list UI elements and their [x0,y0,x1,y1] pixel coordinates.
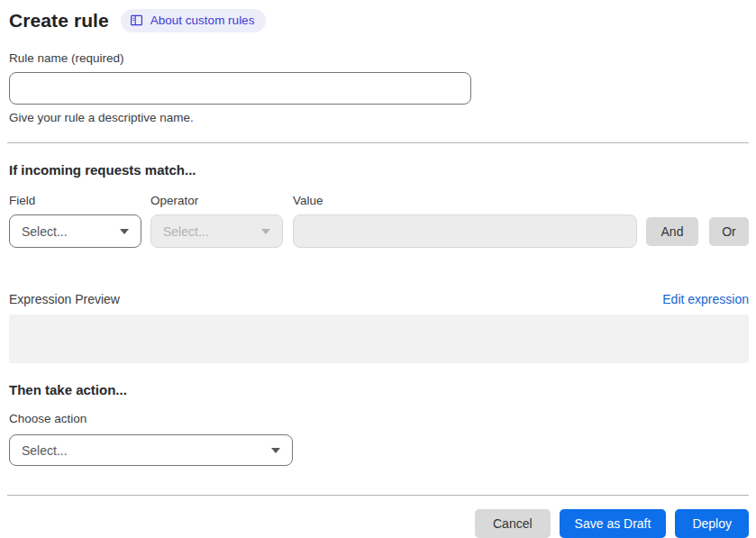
choose-action-select-value: Select... [22,443,68,458]
edit-expression-link[interactable]: Edit expression [662,292,749,306]
operator-column: Operator Select... [150,194,283,248]
field-label: Field [9,194,141,207]
expression-preview-box [9,315,749,363]
chevron-down-icon [271,448,280,453]
choose-action-label: Choose action [9,412,749,425]
expression-preview-row: Expression Preview Edit expression [9,292,749,306]
book-icon [130,14,143,27]
value-column: Value [293,194,637,248]
field-column: Field Select... [9,194,141,248]
or-button[interactable]: Or [709,217,749,246]
chevron-down-icon [261,229,270,234]
expression-preview-label: Expression Preview [9,292,120,306]
operator-label: Operator [150,194,283,207]
and-or-group: And Or [646,217,749,246]
operator-select-value: Select... [163,224,209,239]
about-badge-label: About custom rules [150,14,255,27]
chevron-down-icon [120,229,129,234]
and-button[interactable]: And [646,217,698,246]
rule-name-input[interactable] [9,72,471,105]
cancel-button[interactable]: Cancel [475,509,551,538]
deploy-button[interactable]: Deploy [675,509,749,538]
rule-name-block: Rule name (required) Give your rule a de… [9,51,749,124]
page-header: Create rule About custom rules [9,9,749,32]
footer-actions: Cancel Save as Draft Deploy [9,509,749,538]
create-rule-page: Create rule About custom rules Rule name… [0,0,756,538]
value-input [293,214,637,248]
match-row: Field Select... Operator Select... Value… [9,194,749,248]
match-section-heading: If incoming requests match... [9,162,749,178]
field-select[interactable]: Select... [9,214,141,248]
rule-name-helper: Give your rule a descriptive name. [9,111,749,124]
section-divider-top [7,142,749,143]
field-select-value: Select... [22,224,68,239]
save-as-draft-button[interactable]: Save as Draft [560,509,667,538]
section-divider-bottom [7,495,749,496]
page-title: Create rule [9,10,109,32]
rule-name-label: Rule name (required) [9,51,749,65]
value-label: Value [293,194,637,207]
action-section-heading: Then take action... [9,382,749,397]
operator-select: Select... [150,214,283,248]
about-custom-rules-link[interactable]: About custom rules [121,9,267,32]
choose-action-select[interactable]: Select... [9,434,293,466]
